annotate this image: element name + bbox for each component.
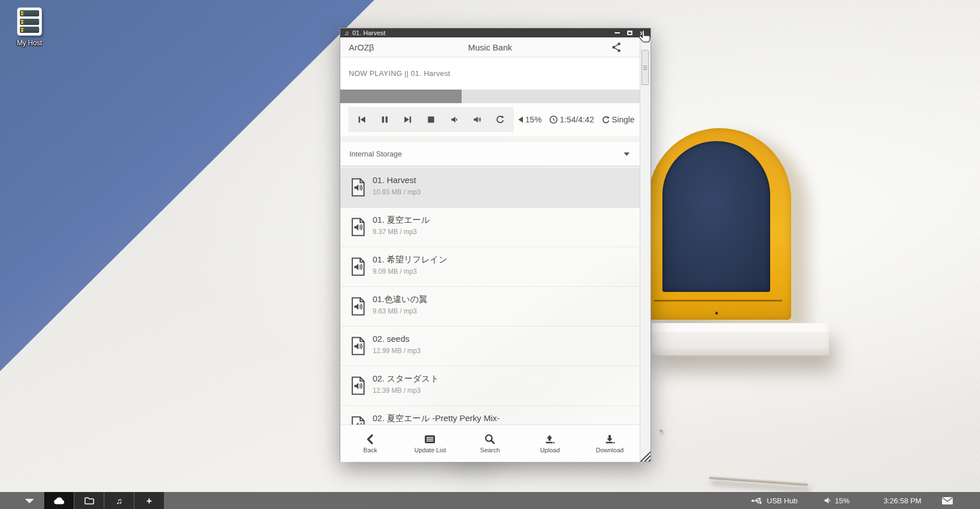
track-row[interactable]: 02. seeds 12.99 MB / mp3 (340, 326, 640, 366)
track-title: 02. スターダスト (373, 374, 439, 384)
update-list-button[interactable]: Update List (400, 425, 461, 462)
repeat-icon (496, 115, 505, 124)
usb-label: USB Hub (767, 497, 797, 505)
minimize-button[interactable] (612, 29, 622, 37)
track-list: 01. Harvest 10.93 MB / mp3 01. 夏空エール 9.3… (340, 168, 640, 425)
time-value: 1:54/4:42 (560, 115, 594, 124)
music-note-icon: ♫ (344, 30, 349, 36)
download-button[interactable]: Download (580, 425, 640, 462)
storage-dropdown[interactable]: Internal Storage (340, 142, 640, 166)
wall-rod (709, 476, 808, 486)
window-titlebar[interactable]: ♫ 01. Harvest × (340, 28, 650, 37)
close-button[interactable]: × (637, 29, 647, 37)
desktop: My Host ♫ 01. Harvest × ArOZβ Music Bank… (0, 0, 980, 509)
track-row[interactable]: 02. スターダスト 12.39 MB / mp3 (340, 366, 640, 406)
back-chevron-icon (365, 434, 375, 444)
previous-track-button[interactable] (354, 111, 369, 128)
maximize-button[interactable] (625, 29, 634, 37)
track-title: 01. 希望リフレイン (373, 255, 447, 265)
taskbar-usb-status[interactable]: USB Hub (750, 492, 797, 509)
storage-selected-option: Internal Storage (349, 150, 624, 158)
audio-file-icon (350, 337, 366, 358)
scrollbar-thumb[interactable] (641, 50, 649, 85)
taskbar-item-music[interactable]: ♫ (104, 492, 134, 509)
player-controls (348, 107, 514, 132)
track-title: 02. 夏空エール -Pretty Perky Mix- (373, 413, 500, 424)
taskbar-item-files[interactable] (74, 492, 104, 509)
taskbar-volume-label: 15% (835, 497, 850, 505)
toolbar-label: Update List (415, 447, 446, 453)
desktop-icon-my-host[interactable]: My Host (8, 7, 51, 47)
toolbar-label: Upload (540, 447, 560, 453)
share-icon (611, 42, 622, 53)
bottom-toolbar: Back Update List Search Upload Download (340, 425, 640, 462)
now-playing-bar: NOW PLAYING || 01. Harvest (340, 57, 640, 90)
track-row[interactable]: 01. Harvest 10.93 MB / mp3 (340, 168, 640, 207)
folder-icon (84, 496, 95, 505)
track-meta: 9.09 MB / mp3 (373, 268, 417, 275)
share-button[interactable] (611, 42, 622, 55)
window-title: 01. Harvest (352, 29, 609, 36)
wall-arch-window (648, 128, 791, 320)
back-button[interactable]: Back (340, 425, 400, 462)
next-track-button[interactable] (400, 111, 415, 128)
player-controls-row: 15% 1:54/4:42 Single (340, 103, 640, 136)
track-meta: 10.93 MB / mp3 (373, 188, 421, 196)
track-row[interactable]: 01. 夏空エール 9.37 MB / mp3 (340, 207, 640, 247)
page-title: Music Bank (340, 43, 640, 52)
app-header: ArOZβ Music Bank (340, 37, 640, 57)
pause-button[interactable] (378, 111, 392, 128)
plus-icon: + (146, 496, 152, 506)
next-icon (403, 115, 412, 124)
volume-value: 15% (525, 115, 542, 124)
track-meta: 9.63 MB / mp3 (373, 307, 417, 315)
progress-bar[interactable] (340, 90, 640, 103)
taskbar-item-cloud[interactable] (44, 492, 74, 509)
taskbar-mail[interactable] (941, 492, 953, 509)
track-row[interactable]: 01.色違いの翼 9.63 MB / mp3 (340, 287, 640, 326)
taskbar-tiles: ♫ + (44, 492, 164, 509)
list-icon (424, 434, 436, 444)
arch-window-glass (662, 141, 770, 292)
volume-down-button[interactable] (447, 111, 462, 128)
time-status: 1:54/4:42 (549, 115, 594, 124)
repeat-button[interactable] (493, 111, 508, 128)
taskbar-chevron-down-icon[interactable] (25, 499, 34, 503)
track-row[interactable]: 02. 夏空エール -Pretty Perky Mix- 9.06 MB / m… (340, 406, 640, 425)
stop-icon (427, 116, 435, 124)
upload-button[interactable]: Upload (520, 425, 580, 462)
volume-down-icon (450, 115, 459, 124)
audio-file-icon (350, 178, 366, 199)
track-title: 01. Harvest (373, 175, 416, 185)
track-row[interactable]: 01. 希望リフレイン 9.09 MB / mp3 (340, 247, 640, 287)
close-icon: × (640, 29, 644, 37)
upload-icon (544, 434, 555, 444)
track-meta: 12.39 MB / mp3 (373, 387, 421, 395)
scrollbar[interactable] (640, 37, 650, 461)
taskbar-item-add[interactable]: + (134, 492, 164, 509)
now-playing-text: NOW PLAYING || 01. Harvest (349, 69, 450, 78)
volume-up-button[interactable] (470, 111, 484, 128)
volume-up-icon (472, 115, 482, 124)
track-title: 01. 夏空エール (373, 215, 430, 226)
volume-triangle-icon (517, 116, 523, 124)
search-button[interactable]: Search (460, 425, 520, 462)
track-meta: 9.37 MB / mp3 (373, 228, 417, 236)
audio-file-icon (350, 416, 366, 425)
pause-icon (381, 115, 389, 124)
play-mode-label: Single (612, 115, 635, 124)
toolbar-label: Download (596, 447, 624, 453)
clock-text: 3:26:58 PM (884, 497, 922, 505)
taskbar-clock[interactable]: 3:26:58 PM (884, 492, 922, 509)
toolbar-label: Back (364, 447, 377, 453)
maximize-icon (627, 31, 632, 35)
audio-file-icon (350, 376, 366, 397)
track-meta: 12.99 MB / mp3 (373, 347, 421, 355)
taskbar-volume-status[interactable]: 15% (823, 492, 850, 509)
window-ledge (652, 323, 829, 356)
speaker-icon (823, 497, 831, 504)
music-note-icon: ♫ (116, 497, 122, 505)
play-mode[interactable]: Single (602, 115, 635, 124)
stop-button[interactable] (424, 111, 438, 128)
download-icon (605, 434, 615, 444)
